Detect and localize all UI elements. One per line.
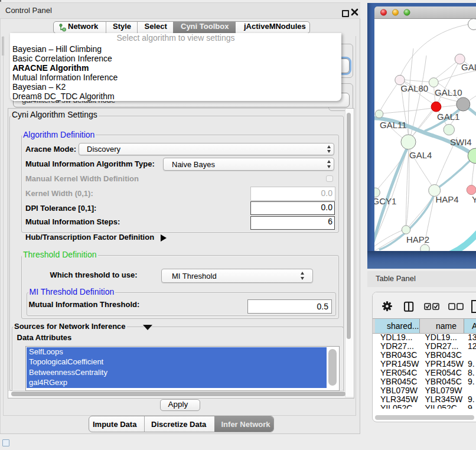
svg-text:GAL1: GAL1: [437, 112, 459, 122]
svg-text:GAL4: GAL4: [409, 150, 432, 160]
svg-text:SWI4: SWI4: [450, 137, 472, 147]
svg-text:Y: Y: [472, 194, 476, 204]
svg-text:GAL80: GAL80: [401, 83, 429, 93]
svg-text:HAP2: HAP2: [406, 234, 429, 244]
svg-text:GAL2: GAL2: [461, 62, 476, 72]
svg-text:GCY1: GCY1: [374, 196, 396, 206]
svg-text:GAL10: GAL10: [435, 87, 462, 97]
svg-text:GAL11: GAL11: [380, 120, 407, 130]
svg-text:HAP4: HAP4: [436, 194, 459, 204]
